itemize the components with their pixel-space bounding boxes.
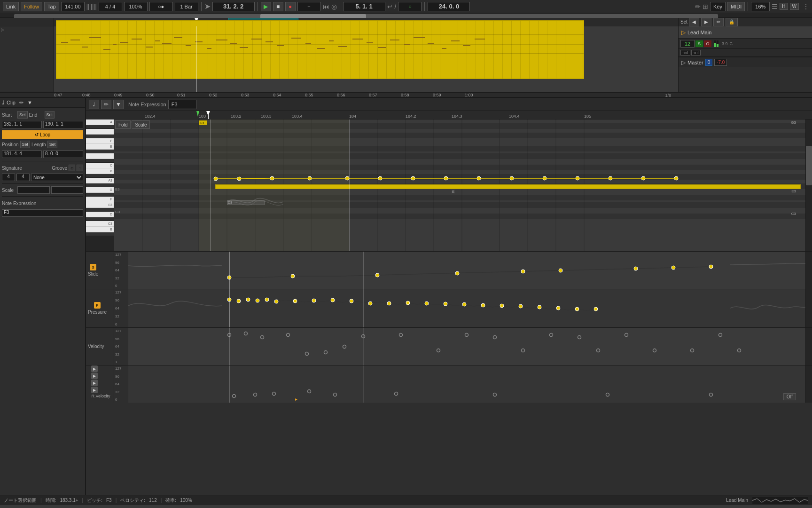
play-button[interactable]: ▶ — [261, 2, 271, 11]
start-set-btn[interactable]: Set — [17, 111, 28, 119]
rec-button[interactable]: ● — [285, 2, 296, 11]
sig-den[interactable]: 4 — [16, 174, 30, 181]
punch-display[interactable]: ○ — [398, 2, 422, 11]
note-long-f3[interactable] — [215, 184, 801, 189]
pressure-scrollbar[interactable] — [805, 289, 812, 327]
scale-button[interactable]: Scale — [132, 120, 150, 129]
pr-scrollbar-thumb[interactable] — [806, 146, 812, 185]
zoom-display[interactable]: 16% — [751, 2, 770, 11]
track-vol-display[interactable]: 12 — [680, 40, 695, 48]
pencil-icon[interactable]: ✏ — [695, 3, 701, 10]
track-collapse-icon[interactable]: ▷ — [681, 29, 686, 36]
note-tool-btn[interactable]: ♩ — [89, 100, 99, 109]
stop-button[interactable]: ■ — [273, 2, 283, 11]
piano-key-f4[interactable]: F — [86, 138, 114, 144]
draw-tool-btn[interactable]: ✏ — [101, 100, 111, 109]
tap-button[interactable]: Tap — [44, 2, 59, 11]
note-a3[interactable]: G3 — [199, 120, 207, 125]
rv-icon1[interactable]: ▶ — [91, 365, 98, 372]
resize-icon[interactable]: ⋮ — [803, 3, 809, 10]
piano-key-ab3[interactable] — [86, 183, 114, 187]
slide-icon[interactable]: S — [90, 264, 96, 270]
pr-scrollbar[interactable] — [805, 119, 812, 251]
piano-key-eb4[interactable] — [86, 150, 114, 153]
end-value[interactable]: 190. 1. 1 — [43, 121, 83, 128]
rv-icon3[interactable]: ▶ — [91, 380, 98, 386]
piano-key-a3[interactable]: A3 — [86, 178, 114, 183]
position-display[interactable]: 31. 2. 2 — [212, 2, 255, 11]
piano-key-g3[interactable]: G — [86, 187, 114, 193]
midi-button[interactable]: MIDI — [727, 2, 745, 11]
fold-button[interactable]: Fold — [115, 120, 131, 129]
set-pencil-btn[interactable]: ✏ — [713, 18, 724, 26]
link-button[interactable]: Link — [3, 2, 19, 11]
time2-display[interactable]: 5. 1. 1 — [343, 2, 385, 11]
expand-tool-btn[interactable]: ▼ — [113, 100, 124, 109]
o-button[interactable]: O — [704, 40, 711, 47]
master-vol-display[interactable]: 0 — [705, 59, 713, 66]
master-pan-display[interactable]: -7.0 — [714, 59, 727, 66]
velocity-content[interactable] — [128, 328, 805, 365]
time3-display[interactable]: 24. 0. 0 — [428, 2, 470, 11]
piano-key-bb3[interactable] — [86, 174, 114, 178]
ffwd-icon[interactable]: ◎ — [331, 3, 337, 10]
piano-key-c3[interactable]: C3 — [86, 221, 114, 227]
start-value[interactable]: 182. 1. 1 — [2, 121, 42, 128]
loop-button[interactable]: ↺ Loop — [2, 130, 83, 139]
key-button[interactable]: Key — [710, 2, 726, 11]
groove-select[interactable]: None — [31, 174, 83, 181]
slide-scrollbar[interactable] — [805, 252, 812, 289]
piano-key-ab4[interactable] — [86, 125, 114, 129]
down-arrow-icon[interactable]: ▼ — [27, 100, 32, 105]
pos-set-btn[interactable]: Set — [20, 141, 31, 148]
scale-type[interactable] — [51, 186, 84, 194]
end-set-btn[interactable]: Set — [45, 111, 55, 119]
piano-key-b3[interactable]: B — [86, 168, 114, 174]
set-right-btn[interactable]: ▶ — [701, 18, 711, 26]
pressure-icon[interactable]: P — [94, 302, 101, 309]
punch-in-icon[interactable]: ↵ — [387, 3, 393, 10]
bar-display[interactable]: 1 Bar — [175, 2, 198, 11]
piano-key-db3[interactable] — [86, 217, 114, 221]
piano-key-d4[interactable] — [86, 153, 114, 159]
pr-note-grid[interactable]: Fold Scale G3 — [114, 119, 805, 251]
piano-key-bb2[interactable] — [86, 232, 114, 236]
note-expr-value[interactable]: F3 — [2, 209, 83, 217]
off-button[interactable]: Off — [783, 393, 796, 400]
piano-key-a4[interactable]: A — [86, 119, 114, 125]
position-value[interactable]: 181. 4. 4 — [2, 151, 42, 158]
pencil-tool-icon[interactable]: ✏ — [19, 100, 23, 106]
arr-tracks-area[interactable]: 29 30 31 32 33 34 35 36 — [54, 18, 678, 92]
sig-num[interactable]: 4 — [2, 174, 15, 181]
piano-key-c4[interactable]: C — [86, 163, 114, 168]
set-lock-btn[interactable]: 🔒 — [726, 18, 738, 26]
piano-key-f3[interactable]: F — [86, 197, 114, 202]
piano-key-b2[interactable]: B — [86, 227, 114, 232]
h-button[interactable]: H — [780, 3, 788, 10]
piano-key-gb3[interactable] — [86, 193, 114, 197]
arrow-icon[interactable]: ➤ — [204, 2, 211, 11]
piano-key-gb4[interactable] — [86, 135, 114, 138]
arr-scrollbar-track[interactable] — [0, 13, 812, 18]
expr-note-display[interactable]: F3 — [168, 100, 196, 109]
loop-btn[interactable]: + — [297, 2, 321, 11]
time-sig-display[interactable]: 4 / 4 — [99, 2, 122, 11]
follow-button[interactable]: Follow — [21, 2, 42, 11]
slide-content[interactable] — [128, 252, 805, 289]
groove-arrow-btn[interactable]: ↑ — [77, 165, 83, 171]
s-button[interactable]: S — [695, 40, 703, 47]
piano-key-g4[interactable] — [86, 129, 114, 135]
zoom-pct-display[interactable]: 100% — [124, 2, 148, 11]
w-button[interactable]: W — [790, 3, 799, 10]
rewind-icon[interactable]: ⏮ — [323, 3, 329, 10]
punch-out-icon[interactable]: / — [395, 3, 397, 10]
arr-clip-yellow[interactable] — [56, 20, 584, 79]
pressure-content[interactable] — [128, 289, 805, 327]
piano-key-e4[interactable]: E — [86, 144, 114, 150]
length-value[interactable]: 8. 0. 0 — [43, 151, 83, 158]
piano-key-db4[interactable] — [86, 159, 114, 163]
master-play-icon[interactable]: ▷ — [681, 59, 686, 66]
menu-icon[interactable]: ☰ — [772, 3, 778, 10]
piano-key-e3[interactable]: E3 — [86, 202, 114, 208]
groove-settings-btn[interactable]: ⊙ — [69, 165, 75, 171]
